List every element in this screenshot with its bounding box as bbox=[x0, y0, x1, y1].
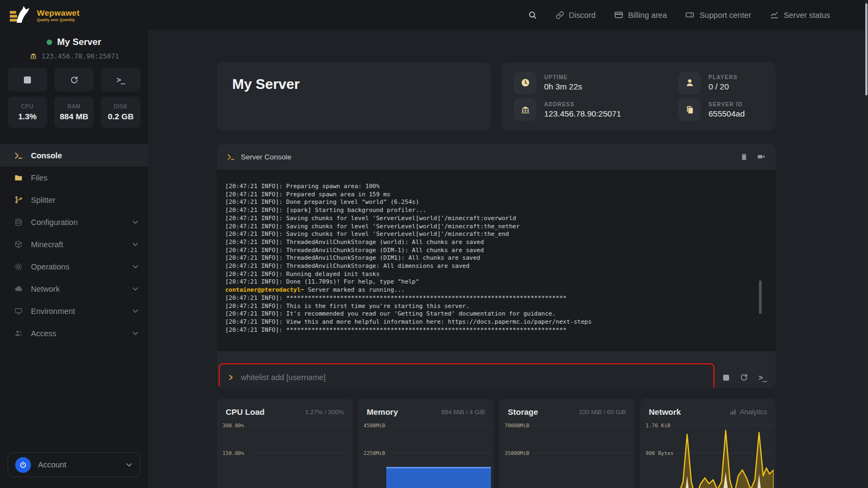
players-info: PLAYERS 0 / 20 bbox=[678, 69, 764, 97]
nav-label: Support center bbox=[699, 11, 751, 20]
stat-label: RAM bbox=[67, 104, 80, 110]
cloud-icon bbox=[14, 284, 23, 293]
ytick-label: 4500MiB bbox=[363, 422, 388, 428]
power-controls: >_ bbox=[8, 68, 141, 92]
sidebar-item-splitter[interactable]: Splitter bbox=[0, 189, 148, 211]
ytick-label: 1.76 KiB bbox=[646, 422, 671, 428]
console-log-line: [20:47:21 INFO]: Saving chunks for level… bbox=[225, 223, 768, 231]
console-button[interactable]: >_ bbox=[101, 68, 141, 92]
chevron-down-icon bbox=[132, 330, 139, 337]
console-log-line: [20:47:21 INFO]: ThreadedAnvilChunkStora… bbox=[225, 262, 768, 271]
console-log-line: [20:47:21 INFO]: Saving chunks for level… bbox=[225, 230, 768, 239]
info-value: 0h 3m 22s bbox=[544, 82, 582, 91]
command-input-box[interactable] bbox=[219, 363, 714, 388]
nav-discord[interactable]: Discord bbox=[556, 11, 596, 20]
nav-label: Discord bbox=[569, 11, 596, 20]
server-name-header: My Server bbox=[0, 37, 148, 48]
analytics-link[interactable]: Analytics bbox=[729, 408, 767, 416]
chevron-down-icon bbox=[132, 307, 139, 314]
console-tools bbox=[740, 152, 766, 161]
user-icon bbox=[678, 72, 701, 94]
restart-icon bbox=[69, 75, 79, 85]
camera-icon[interactable] bbox=[756, 152, 766, 161]
info-label: ADDRESS bbox=[544, 101, 621, 107]
ytick-label: 300.00% bbox=[222, 422, 247, 428]
sidebar-item-console[interactable]: Console bbox=[0, 144, 148, 166]
sidebar-item-minecraft[interactable]: Minecraft bbox=[0, 233, 148, 255]
memory-card: Memory 884 MiB / 4 GiB 4500MiB 2250MiB bbox=[358, 399, 494, 488]
ytick-label: 35000MiB bbox=[505, 450, 529, 456]
nav-server-status[interactable]: Server status bbox=[770, 10, 830, 20]
clipboard-icon[interactable] bbox=[740, 152, 748, 161]
uptime-info: UPTIME 0h 3m 22s bbox=[514, 69, 674, 97]
sidebar-item-network[interactable]: Network bbox=[0, 278, 148, 300]
sidebar-item-label: Network bbox=[31, 285, 60, 293]
search-icon[interactable] bbox=[528, 10, 537, 20]
server-id-info[interactable]: SERVER ID 655504ad bbox=[678, 97, 764, 124]
sidebar-item-environment[interactable]: Environment bbox=[0, 300, 148, 322]
top-bar: Wepwawet Quality over Quantity Discord B… bbox=[0, 0, 868, 30]
console-log-line: [20:47:21 INFO]: Done preparing level "w… bbox=[225, 198, 768, 207]
sidebar-item-configuration[interactable]: Configuration bbox=[0, 211, 148, 233]
memory-usage-area bbox=[386, 467, 491, 488]
console-log-line: container@pterodactyl~ Server marked as … bbox=[225, 286, 768, 294]
console-log-line: [20:47:21 INFO]: [spark] Starting backgr… bbox=[225, 207, 768, 215]
account-menu[interactable]: Account bbox=[8, 452, 141, 477]
sidebar-item-access[interactable]: Access bbox=[0, 322, 148, 344]
card-meta: 220 MiB / 60 GiB bbox=[579, 409, 626, 415]
gridline bbox=[251, 453, 350, 453]
analytics-label: Analytics bbox=[740, 408, 767, 416]
console-scrollbar[interactable] bbox=[759, 280, 762, 314]
cpu-load-card: CPU Load 1.27% / 300% 300.00% 150.00% bbox=[217, 399, 353, 488]
nav-billing-area[interactable]: Billing area bbox=[614, 10, 667, 20]
sidebar-item-operations[interactable]: Operations bbox=[0, 255, 148, 278]
console-log-line: [20:47:21 INFO]: ***********************… bbox=[225, 326, 768, 335]
address-info[interactable]: ADDRESS 123.456.78.90:25071 bbox=[514, 97, 674, 124]
sidebar-item-label: Configuration bbox=[31, 218, 78, 227]
server-info-card: UPTIME 0h 3m 22s PLAYERS 0 / 20 ADDRES bbox=[502, 62, 776, 130]
cube-icon bbox=[14, 240, 23, 249]
gridline bbox=[533, 453, 632, 453]
nav-support-center[interactable]: Support center bbox=[685, 10, 751, 20]
info-label: PLAYERS bbox=[709, 74, 737, 80]
card-meta: 884 MiB / 4 GiB bbox=[441, 409, 485, 415]
sidebar-item-files[interactable]: Files bbox=[0, 166, 148, 189]
disk-stat: DISK 0.2 GB bbox=[101, 97, 141, 128]
restart-button[interactable] bbox=[54, 68, 94, 92]
command-input[interactable] bbox=[241, 373, 704, 382]
users-icon bbox=[14, 329, 23, 338]
console-log-line: [20:47:21 INFO]: It's recommended you re… bbox=[225, 310, 768, 318]
restart-icon[interactable] bbox=[739, 373, 748, 382]
server-address[interactable]: 123.456.78.90:25071 bbox=[0, 52, 148, 60]
chevron-down-icon bbox=[132, 285, 139, 292]
info-value: 0 / 20 bbox=[709, 82, 737, 91]
console-log[interactable]: [20:47:21 INFO]: Preparing spawn area: 1… bbox=[217, 170, 776, 351]
brand-tagline: Quality over Quantity bbox=[37, 18, 80, 22]
ethernet-icon bbox=[514, 98, 537, 121]
terminal-icon[interactable]: >_ bbox=[758, 373, 767, 382]
sidebar: My Server 123.456.78.90:25071 >_ CPU 1.3… bbox=[0, 30, 148, 488]
card-title: Network bbox=[649, 407, 681, 416]
console-log-line: [20:47:21 INFO]: ThreadedAnvilChunkStora… bbox=[225, 247, 768, 255]
network-traffic-chart bbox=[669, 425, 774, 488]
stat-value: 1.3% bbox=[18, 112, 36, 121]
stop-button[interactable] bbox=[8, 68, 47, 92]
bar-chart-icon bbox=[729, 408, 737, 416]
sidebar-item-label: Console bbox=[31, 151, 62, 160]
stop-icon[interactable] bbox=[723, 375, 729, 381]
server-title-card: My Server bbox=[217, 62, 491, 130]
console-log-line: [20:47:21 INFO]: Saving chunks for level… bbox=[225, 215, 768, 223]
sidebar-nav: Console Files Splitter Configuration bbox=[0, 144, 148, 344]
page-title: My Server bbox=[232, 76, 476, 93]
info-value: 123.456.78.90:25071 bbox=[544, 109, 621, 118]
card-title: Memory bbox=[367, 407, 398, 416]
network-card: Network Analytics 1.76 KiB 900 Bytes bbox=[640, 399, 776, 488]
chevron-down-icon bbox=[132, 263, 139, 270]
credit-card-icon bbox=[614, 10, 623, 20]
clock-icon bbox=[514, 72, 537, 94]
ethernet-icon bbox=[29, 52, 37, 60]
page-scrollbar-thumb[interactable] bbox=[865, 3, 867, 95]
console-log-line: [20:47:21 INFO]: ThreadedAnvilChunkStora… bbox=[225, 239, 768, 247]
stat-value: 0.2 GB bbox=[108, 112, 134, 121]
brand: Wepwawet Quality over Quantity bbox=[10, 5, 80, 25]
